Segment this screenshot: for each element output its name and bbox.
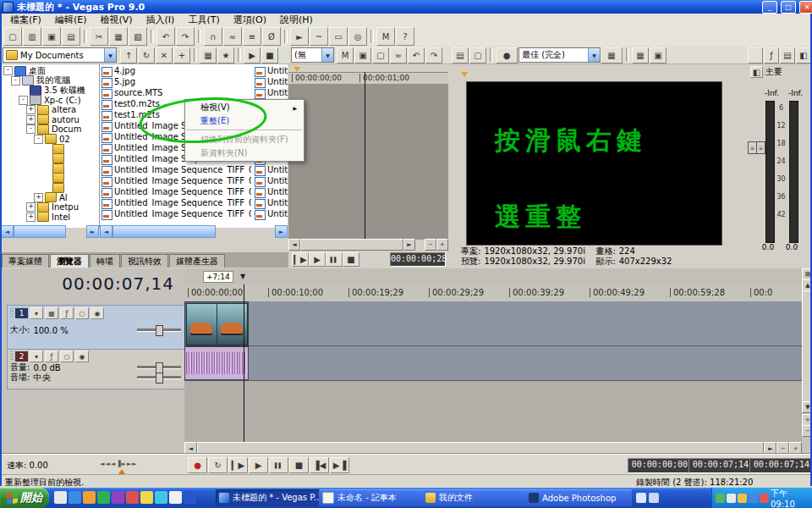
track-fx-button[interactable]: ƒ: [45, 351, 58, 362]
taskbar-task-vegas[interactable]: 未標題的 * - Vegas P...: [216, 489, 322, 506]
insert-fx-button[interactable]: ƒ: [764, 47, 779, 64]
file-item[interactable]: 4.jpgUntitl: [100, 66, 288, 77]
stop-button[interactable]: ■: [343, 252, 359, 267]
timeline-h-scrollbar[interactable]: ◄ ► − +: [184, 443, 802, 454]
chevron-down-icon[interactable]: ▼: [321, 48, 333, 62]
open-project-button[interactable]: ▥: [23, 27, 41, 46]
tree-item[interactable]: 3.5 軟碟機: [1, 86, 99, 96]
master-bus-header[interactable]: ◧ 主要: [750, 66, 782, 78]
scroll-right-icon[interactable]: ►: [764, 442, 776, 454]
meter-peak-right[interactable]: -Inf.: [781, 89, 803, 97]
expand-toggle[interactable]: +: [26, 202, 36, 212]
expand-toggle[interactable]: -: [34, 135, 43, 144]
ignore-grouping-button[interactable]: Ø: [262, 27, 281, 46]
drag-handle-icon[interactable]: [10, 351, 14, 362]
copy-button[interactable]: ▦: [109, 27, 128, 46]
menu-tools[interactable]: 工具(T): [181, 14, 226, 26]
paste-button[interactable]: ▧: [129, 27, 147, 46]
tab-transitions[interactable]: 轉場: [90, 254, 120, 268]
mute-button[interactable]: ○: [75, 307, 89, 319]
scroll-right-icon[interactable]: ►: [275, 225, 288, 238]
expand-toggle[interactable]: +: [26, 115, 36, 124]
trimmer-media-area[interactable]: [288, 84, 448, 240]
show-video-button[interactable]: ▢: [372, 47, 389, 64]
video-preview-screen[interactable]: [466, 81, 722, 246]
context-menu-switch-folder[interactable]: 切換到目前的資料夾(F): [185, 133, 304, 146]
insert-marker-button[interactable]: M: [376, 27, 395, 46]
pan-value[interactable]: 中央: [33, 372, 50, 384]
zoom-tool-button[interactable]: ◎: [348, 27, 367, 46]
security-tray-icon[interactable]: [716, 494, 725, 503]
expand-toggle[interactable]: -: [19, 96, 28, 105]
tab-video-fx[interactable]: 視訊特效: [121, 254, 168, 268]
overlays-dropdown-button[interactable]: ●: [496, 47, 518, 64]
solo-button[interactable]: ◉: [91, 307, 104, 319]
new-folder-button[interactable]: +: [173, 47, 190, 64]
undo-button[interactable]: ↶: [156, 27, 175, 46]
tree-item[interactable]: -Xp-c (C:): [1, 96, 99, 106]
scrollbar-thumb[interactable]: [197, 442, 765, 454]
language-bar-icon[interactable]: [636, 493, 646, 503]
new-project-button[interactable]: ▢: [3, 27, 22, 46]
size-slider[interactable]: [137, 329, 181, 332]
file-list-scrollbar[interactable]: ◄ ►: [100, 226, 288, 237]
solo-button[interactable]: ◉: [75, 351, 89, 362]
automation-settings-button[interactable]: ▾: [30, 307, 43, 319]
tree-scrollbar[interactable]: ◄ ►: [1, 226, 99, 237]
volume-value[interactable]: 0.0 dB: [33, 363, 60, 373]
show-desktop-icon[interactable]: [54, 491, 67, 504]
play-from-start-button[interactable]: ▎▶: [292, 252, 309, 267]
cut-button[interactable]: ✂: [90, 27, 108, 46]
chevron-down-icon[interactable]: ▼: [104, 48, 116, 62]
save-frame-button[interactable]: ▣: [650, 47, 667, 64]
mixer-properties-button[interactable]: ▤: [780, 47, 795, 64]
stop-preview-button[interactable]: ■: [261, 47, 278, 64]
lock-envelopes-button[interactable]: ≡: [243, 27, 261, 46]
zoom-in-icon[interactable]: +: [789, 442, 802, 454]
ime-pen-icon[interactable]: [649, 493, 659, 503]
selection-end-field[interactable]: 00:00:07;14: [689, 458, 753, 473]
file-item[interactable]: source.MTSUntitl: [100, 88, 288, 99]
chevron-down-icon[interactable]: ▼: [588, 48, 600, 62]
tray-icon[interactable]: [760, 494, 769, 503]
video-track-header[interactable]: 1 ▾ ▦ ƒ ○ ◉ 大小: 100.0 %: [7, 305, 188, 352]
selection-tool-button[interactable]: ▭: [329, 27, 348, 46]
tree-item[interactable]: +autoru: [1, 115, 99, 125]
file-item[interactable]: Untitled_Image Sequence_TIFF_000008.tiff…: [100, 209, 288, 220]
save-project-button[interactable]: ▣: [42, 27, 61, 46]
scrollbar-thumb[interactable]: [112, 225, 216, 238]
scroll-left-icon[interactable]: ◄: [1, 225, 14, 238]
current-time-display[interactable]: 00:00:07,14: [7, 273, 174, 294]
preview-properties-button[interactable]: ▤: [452, 47, 469, 64]
play-button[interactable]: ▶: [309, 252, 326, 267]
zoom-out-icon[interactable]: −: [425, 239, 436, 251]
minimize-button[interactable]: _: [762, 1, 777, 14]
file-item[interactable]: Untitled_Image Sequence_TIFF_000007.tiff…: [100, 198, 288, 209]
scroll-right-icon[interactable]: ►: [403, 239, 415, 251]
pause-button[interactable]: ▌▌: [326, 252, 343, 267]
browser-icon[interactable]: [69, 491, 81, 504]
menu-options[interactable]: 選項(O): [227, 14, 273, 26]
play-from-start-button[interactable]: ▎▶: [228, 457, 248, 473]
tray-icon[interactable]: [727, 494, 736, 503]
taskbar-task-photoshop[interactable]: Adobe Photoshop: [525, 489, 632, 506]
tree-item[interactable]: -Docum: [1, 124, 99, 135]
clock[interactable]: 下午 09:10: [771, 488, 809, 508]
pause-button[interactable]: ▌▌: [269, 457, 288, 473]
quick-launch-icon[interactable]: [155, 491, 167, 504]
timeline-cursor[interactable]: [244, 284, 244, 443]
close-button[interactable]: ✕: [799, 1, 812, 14]
scrollbar-thumb[interactable]: [14, 225, 66, 238]
save-markers-button[interactable]: ▣: [354, 47, 371, 64]
maximize-button[interactable]: □: [781, 1, 796, 14]
record-button[interactable]: ●: [188, 457, 207, 473]
tab-project-media[interactable]: 專案媒體: [2, 254, 49, 268]
normal-edit-tool-button[interactable]: ►: [290, 27, 309, 46]
file-item[interactable]: Untitled_Image Sequence_TIFF_000005.tiff…: [100, 176, 288, 187]
cursor-time-field[interactable]: 00:00:00;00: [628, 458, 692, 473]
history-back-button[interactable]: ↶: [408, 47, 425, 64]
audio-track-header[interactable]: 2 ▾ ƒ ○ ◉ 音量: 0.0 dB 音場: 中央: [7, 349, 188, 389]
menu-edit[interactable]: 編輯(E): [48, 14, 94, 26]
scrollbar-thumb[interactable]: [300, 239, 403, 251]
menu-view[interactable]: 檢視(V): [93, 14, 139, 26]
